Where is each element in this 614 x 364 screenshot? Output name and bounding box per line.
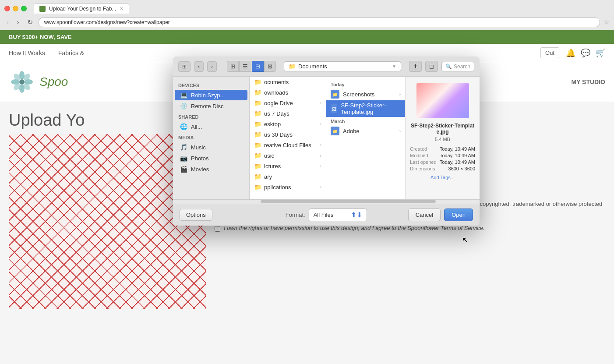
picker-adobe-label: Adobe: [343, 128, 360, 134]
minimize-window-btn[interactable]: [13, 6, 18, 11]
picker-format-label: Format:: [286, 212, 305, 218]
disc-icon: 💿: [180, 102, 187, 110]
tab-favicon: [39, 6, 46, 12]
chevron-right-icon: ›: [320, 122, 321, 127]
picker-col1-downloads[interactable]: 📁 ownloads: [250, 87, 326, 98]
folder-icon: 📁: [254, 184, 261, 191]
picker-icon-view-btn[interactable]: ⊞: [227, 61, 239, 72]
picker-col1-applications[interactable]: 📁 pplications ›: [250, 182, 326, 192]
picker-search-box[interactable]: 🔍 Search: [441, 62, 474, 71]
browser-tab[interactable]: Upload Your Design to Fab... ✕: [34, 4, 129, 14]
nav-fabrics[interactable]: Fabrics &: [58, 49, 84, 57]
picker-search-icon: 🔍: [445, 64, 452, 70]
picker-col1-desktop-label: esktop: [264, 121, 281, 127]
folder-icon: 📁: [254, 120, 261, 127]
picker-col1-google-drive[interactable]: 📁 oogle Drive ›: [250, 98, 326, 108]
copyright-checkbox[interactable]: [215, 226, 220, 232]
chevron-right-icon: ›: [320, 153, 321, 158]
picker-sidebar-item-movies[interactable]: 🎬 Movies: [175, 164, 247, 174]
picker-sidebar-all-label: All...: [191, 124, 202, 130]
picker-col1-7days[interactable]: 📁 us 7 Days: [250, 108, 326, 119]
picker-col1-music-label: usic: [264, 152, 274, 159]
picker-col1-30days[interactable]: 📁 us 30 Days: [250, 129, 326, 140]
picker-sidebar-item-remote[interactable]: 💿 Remote Disc: [175, 101, 247, 111]
maximize-window-btn[interactable]: [21, 6, 27, 11]
folder-icon: 📁: [254, 110, 261, 117]
picker-column-1: 📁 ocuments 📁 ownloads 📁 oogle Drive › 📁 …: [250, 77, 326, 199]
picker-share-btn[interactable]: ⬆: [409, 61, 422, 72]
picker-column-view-btn[interactable]: ⊟: [252, 61, 264, 72]
picker-cancel-btn[interactable]: Cancel: [408, 209, 441, 221]
sign-out-btn[interactable]: Out: [540, 47, 559, 58]
preview-add-tags-link[interactable]: Add Tags...: [431, 175, 455, 180]
bookmark-star-icon[interactable]: ☆: [603, 18, 610, 26]
file-picker-dialog: ⊞ ‹ › ⊞ ☰ ⊟ ⊠ 📁 Documents ▼ ⬆ ◻ 🔍: [173, 57, 480, 226]
close-window-btn[interactable]: [4, 6, 10, 11]
picker-format-chevron-icon: ⬆⬇: [351, 211, 362, 219]
nav-how-it-works[interactable]: How It Works: [9, 49, 45, 57]
picker-sidebar-item-all[interactable]: 🌐 All...: [175, 121, 247, 132]
sidebar-toggle-icon: ⊞: [182, 64, 187, 70]
picker-open-btn[interactable]: Open: [444, 209, 473, 221]
movies-icon: 🎬: [180, 166, 187, 173]
bell-icon[interactable]: 🔔: [566, 48, 575, 58]
picker-screenshots-label: Screenshots: [343, 91, 374, 98]
picker-options-btn[interactable]: Options: [180, 209, 212, 221]
picker-sticker-template-label: SF-Step2-Sticker-Template.jpg: [341, 102, 401, 115]
picker-col1-music[interactable]: 📁 usic ›: [250, 150, 326, 161]
address-bar-input[interactable]: [39, 18, 600, 27]
picker-shared-label: Shared: [173, 112, 249, 121]
browser-address-bar: ‹ › ↻ ☆: [0, 15, 614, 30]
preview-dimensions-row: Dimensions 3600 × 3600: [410, 166, 475, 171]
picker-action2-btn[interactable]: ◻: [425, 61, 438, 72]
image-file-icon: 🖼: [331, 104, 337, 113]
picker-gallery-view-btn[interactable]: ⊠: [264, 61, 276, 72]
logo-area: Spoo: [9, 69, 68, 95]
browser-back-btn[interactable]: ‹: [4, 18, 11, 27]
picker-forward-btn[interactable]: ›: [207, 61, 217, 72]
picker-location-display[interactable]: 📁 Documents ▼: [284, 61, 401, 71]
my-studio-label[interactable]: MY STUDIO: [571, 78, 605, 85]
picker-file-screenshots[interactable]: 📁 Screenshots ›: [326, 88, 405, 100]
picker-sidebar-toggle[interactable]: ⊞: [178, 61, 191, 72]
picker-col1-desktop[interactable]: 📁 esktop ›: [250, 119, 326, 129]
picker-col1-library[interactable]: 📁 ary: [250, 171, 326, 182]
picker-search-placeholder: Search: [454, 64, 470, 70]
chevron-right-icon: ›: [399, 129, 401, 134]
preview-filesize: 5.4 MB: [435, 137, 450, 142]
picker-horizontal-scrollbar[interactable]: [261, 200, 436, 203]
picker-back-btn[interactable]: ‹: [194, 61, 204, 72]
picker-format-section: Format: All Files ⬆⬇: [286, 209, 367, 221]
picker-list-view-btn[interactable]: ☰: [239, 61, 251, 72]
picker-back-icon: ‹: [198, 64, 200, 70]
promo-bar: BUY $100+ NOW, SAVE: [0, 30, 614, 44]
chevron-right-icon: ›: [320, 185, 321, 190]
website-content: BUY $100+ NOW, SAVE How It Works Fabrics…: [0, 30, 614, 364]
picker-location-folder-icon: 📁: [289, 63, 296, 70]
picker-file-sticker-template[interactable]: 🖼 SF-Step2-Sticker-Template.jpg: [326, 100, 405, 117]
picker-devices-label: Devices: [173, 80, 249, 89]
picker-col1-creative-cloud[interactable]: 📁 reative Cloud Files ›: [250, 140, 326, 150]
picker-footer-buttons: Cancel Open: [408, 209, 473, 221]
picker-file-adobe[interactable]: 📁 Adobe ›: [326, 125, 405, 137]
chat-icon[interactable]: 💬: [581, 48, 590, 58]
picker-sidebar-robin-label: Robin Szyp...: [191, 92, 225, 99]
cart-icon[interactable]: 🛒: [596, 48, 605, 58]
picker-sidebar-item-music[interactable]: 🎵 Music: [175, 142, 247, 152]
picker-col1-pictures-label: ictures: [264, 163, 281, 170]
picker-sidebar-item-photos[interactable]: 📷 Photos: [175, 153, 247, 163]
browser-refresh-btn[interactable]: ↻: [25, 17, 35, 27]
preview-modified-value: Today, 10:49 AM: [440, 153, 475, 158]
tab-close-btn[interactable]: ✕: [120, 6, 124, 12]
network-icon: 🌐: [180, 123, 187, 130]
tab-title: Upload Your Design to Fab...: [49, 6, 116, 12]
picker-col1-pictures[interactable]: 📁 ictures ›: [250, 161, 326, 171]
chevron-right-icon: ›: [320, 143, 321, 148]
picker-sidebar-remote-label: Remote Disc: [191, 103, 223, 110]
picker-format-select[interactable]: All Files ⬆⬇: [309, 209, 367, 221]
browser-forward-btn[interactable]: ›: [14, 18, 21, 27]
folder-icon: 📁: [254, 152, 261, 159]
picker-col1-documents[interactable]: 📁 ocuments: [250, 77, 326, 87]
picker-sidebar-item-robin[interactable]: 💻 Robin Szyp...: [175, 90, 247, 100]
folder-icon: 📁: [254, 173, 261, 180]
